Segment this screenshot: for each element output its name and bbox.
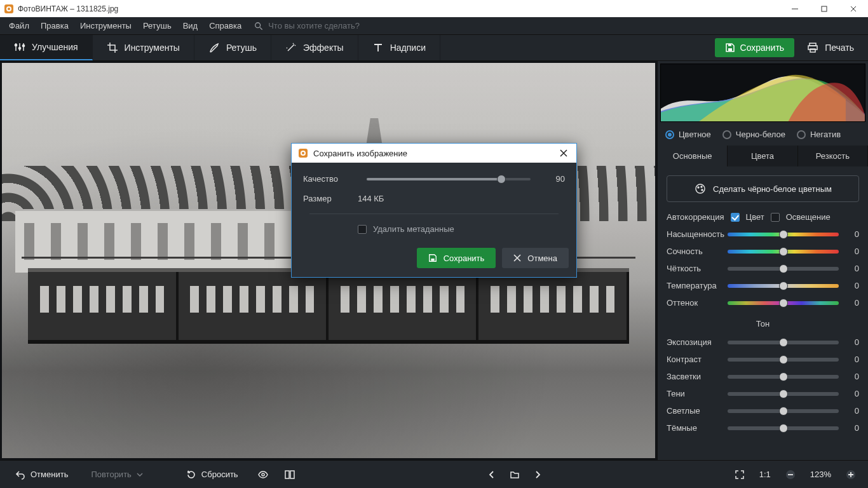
quality-slider[interactable] [367, 178, 531, 180]
autocorrect-color-checkbox[interactable] [731, 213, 740, 222]
vibrance-slider[interactable] [728, 250, 839, 254]
strip-metadata-checkbox[interactable] [358, 225, 367, 234]
fit-screen-button[interactable] [730, 465, 749, 484]
exposure-label: Экспозиция [667, 337, 721, 347]
color-mode-bw-label: Черно-белое [736, 130, 785, 139]
exposure-slider[interactable] [728, 341, 839, 344]
autocorrect-color-label: Цвет [746, 212, 764, 222]
mode-toolbar: Улучшения Инструменты Ретушь Эффекты Над… [0, 35, 868, 61]
quality-label: Качество [303, 174, 358, 184]
color-mode-bw[interactable]: Черно-белое [722, 130, 785, 139]
app-logo-icon [4, 4, 14, 14]
zoom-out-button[interactable] [781, 465, 800, 484]
tab-tools[interactable]: Инструменты [93, 35, 194, 60]
menu-tools[interactable]: Инструменты [75, 18, 137, 33]
saturation-label: Насыщенность [667, 229, 721, 239]
dialog-close-button[interactable] [557, 147, 570, 159]
menubar: Файл Правка Инструменты Ретушь Вид Справ… [0, 17, 868, 35]
svg-point-15 [701, 186, 702, 187]
menu-help[interactable]: Справка [204, 18, 247, 33]
window-minimize-button[interactable] [780, 0, 810, 17]
temperature-slider[interactable] [728, 284, 839, 288]
shadows-label: Тени [667, 389, 721, 398]
tone-heading: Тон [667, 315, 859, 330]
adjust-panel: Цветное Черно-белое Негатив Основные Цве… [657, 61, 868, 460]
clarity-label: Чёткость [667, 264, 721, 273]
window-maximize-button[interactable] [810, 0, 839, 17]
menu-file[interactable]: Файл [4, 18, 34, 33]
redo-button[interactable]: Повторить [83, 466, 150, 483]
clarity-slider[interactable] [728, 267, 839, 271]
color-mode-color[interactable]: Цветное [665, 130, 711, 139]
tab-enhance[interactable]: Улучшения [0, 35, 93, 60]
dialog-title: Сохранить изображение [313, 149, 407, 158]
svg-rect-12 [810, 49, 815, 52]
dialog-save-button[interactable]: Сохранить [417, 248, 496, 268]
dialog-cancel-button[interactable]: Отмена [502, 248, 569, 268]
saturation-slider[interactable] [728, 233, 839, 236]
color-mode-color-label: Цветное [679, 130, 711, 139]
printer-icon [807, 42, 818, 53]
colorize-bw-button[interactable]: Сделать чёрно-белое цветным [667, 175, 859, 202]
zoom-ratio[interactable]: 1:1 [757, 470, 773, 479]
adjust-tab-sharp[interactable]: Резкость [798, 146, 868, 166]
next-file-button[interactable] [528, 465, 547, 484]
vibrance-label: Сочность [667, 247, 721, 256]
blacks-value: 0 [845, 423, 859, 433]
adjust-sliders: Насыщенность0 Сочность0 Чёткость0 Темпер… [658, 229, 868, 433]
size-value: 144 КБ [358, 194, 384, 203]
chevron-down-icon [137, 471, 143, 478]
whites-slider[interactable] [728, 409, 839, 413]
adjust-tab-basic[interactable]: Основные [658, 146, 728, 166]
color-mode-negative[interactable]: Негатив [797, 130, 841, 139]
svg-point-17 [262, 473, 264, 476]
shadows-value: 0 [845, 389, 859, 398]
shadows-slider[interactable] [728, 392, 839, 396]
highlights-slider[interactable] [728, 375, 839, 379]
menu-edit[interactable]: Правка [36, 18, 74, 33]
histogram [660, 64, 865, 122]
brush-icon [208, 42, 220, 53]
svg-point-6 [18, 47, 20, 49]
tab-effects-label: Эффекты [303, 43, 344, 53]
color-mode-group: Цветное Черно-белое Негатив [658, 125, 868, 146]
adjust-tabs: Основные Цвета Резкость [658, 146, 868, 166]
tab-captions[interactable]: Надписи [358, 35, 440, 60]
undo-button[interactable]: Отменить [8, 466, 76, 484]
zoom-in-button[interactable] [841, 465, 860, 484]
reset-button[interactable]: Сбросить [179, 466, 246, 484]
menu-view[interactable]: Вид [178, 18, 203, 33]
clarity-value: 0 [845, 264, 859, 273]
vibrance-value: 0 [845, 247, 859, 256]
undo-label: Отменить [31, 470, 68, 479]
tab-effects[interactable]: Эффекты [271, 35, 358, 60]
prev-file-button[interactable] [482, 465, 501, 484]
autocorrect-light-checkbox[interactable] [771, 213, 780, 222]
menu-retouch[interactable]: Ретушь [138, 18, 177, 33]
svg-rect-3 [822, 6, 827, 11]
bottom-toolbar: Отменить Повторить Сбросить 1:1 123% [0, 460, 868, 488]
redo-label: Повторить [91, 470, 131, 479]
contrast-slider[interactable] [728, 358, 839, 362]
preview-toggle-button[interactable] [254, 465, 273, 484]
print-button[interactable]: Печать [802, 42, 859, 53]
adjust-tab-colors[interactable]: Цвета [728, 146, 797, 166]
dialog-save-label: Сохранить [444, 254, 485, 263]
open-folder-button[interactable] [505, 465, 524, 484]
autocorrect-light-label: Освещение [786, 212, 831, 222]
save-button[interactable]: Сохранить [715, 38, 795, 57]
radio-icon [665, 130, 674, 139]
undo-icon [15, 470, 25, 480]
highlights-value: 0 [845, 372, 859, 381]
svg-point-13 [696, 184, 705, 193]
reset-icon [186, 470, 196, 480]
hue-slider[interactable] [728, 301, 839, 305]
print-button-label: Печать [825, 43, 854, 53]
compare-button[interactable] [280, 465, 299, 484]
window-close-button[interactable] [839, 0, 868, 17]
search-input[interactable] [268, 21, 433, 30]
blacks-slider[interactable] [728, 426, 839, 430]
tab-retouch[interactable]: Ретушь [194, 35, 271, 60]
svg-point-16 [702, 189, 703, 191]
svg-rect-19 [290, 471, 294, 478]
